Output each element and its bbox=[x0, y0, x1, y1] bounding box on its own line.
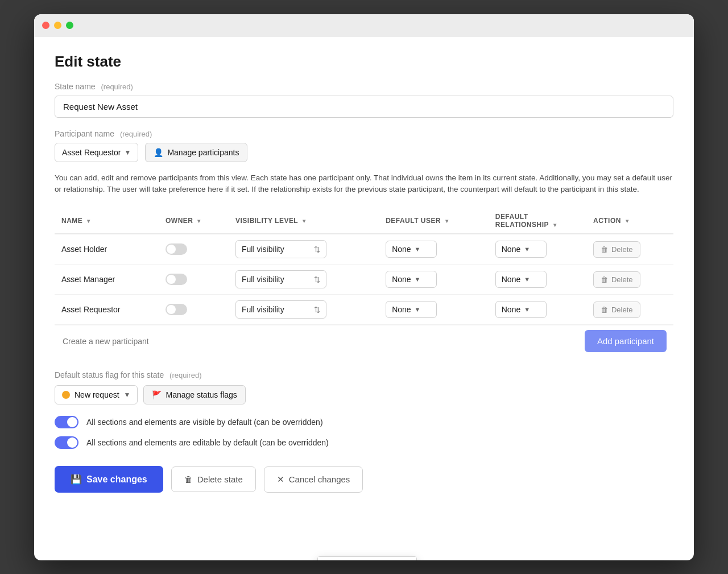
row-owner-cell bbox=[159, 295, 229, 325]
minimize-button[interactable] bbox=[54, 22, 61, 29]
default-user-dropdown-1[interactable]: None ▼ bbox=[386, 241, 437, 258]
sort-icon-name: ▾ bbox=[87, 218, 90, 224]
default-user-dropdown-2[interactable]: None ▼ bbox=[386, 271, 437, 288]
participant-row: Asset Requestor ▼ 👤 Manage participants bbox=[55, 143, 673, 162]
row-visibility-cell: Full visibility ⇅ bbox=[229, 234, 379, 265]
status-dot bbox=[62, 391, 70, 399]
action-bar: 💾 Save changes 🗑 Delete state ✕ Cancel c… bbox=[55, 466, 673, 493]
save-icon: 💾 bbox=[71, 474, 82, 485]
default-user-dropdown-3[interactable]: None ▼ bbox=[386, 301, 437, 318]
delete-row-button-2[interactable]: 🗑 Delete bbox=[593, 271, 640, 288]
visibility-select-3[interactable]: Full visibility ⇅ bbox=[235, 300, 326, 319]
chevron-down-icon: ▼ bbox=[524, 276, 530, 283]
visible-toggle-label: All sections and elements are visible by… bbox=[86, 418, 323, 427]
trash-icon: 🗑 bbox=[184, 474, 193, 484]
add-participant-row: Add participant bbox=[55, 325, 673, 357]
sort-icon-vis: ▾ bbox=[303, 218, 305, 224]
row-action-cell: 🗑 Delete bbox=[586, 295, 673, 325]
trash-icon: 🗑 bbox=[601, 275, 608, 284]
row-owner-cell bbox=[159, 265, 229, 295]
delete-row-button-1[interactable]: 🗑 Delete bbox=[593, 241, 640, 258]
page-content: Edit state State name (required) Partici… bbox=[34, 37, 694, 514]
chevron-down-icon: ▼ bbox=[415, 276, 421, 283]
row-name-cell: Asset Requestor bbox=[55, 295, 159, 325]
updown-icon: ⇅ bbox=[314, 275, 320, 284]
owner-toggle-1[interactable] bbox=[166, 243, 187, 255]
participant-name-label: Participant name (required) bbox=[55, 129, 673, 138]
maximize-button[interactable] bbox=[66, 22, 73, 29]
updown-icon: ⇅ bbox=[314, 245, 320, 254]
dropdown-header: Select visibility level bbox=[318, 557, 416, 560]
add-participant-button[interactable]: Add participant bbox=[585, 330, 667, 352]
default-rel-dropdown-3[interactable]: None ▼ bbox=[495, 301, 547, 318]
chevron-down-icon: ▼ bbox=[125, 148, 131, 156]
row-default-rel-cell: None ▼ bbox=[489, 234, 586, 265]
cancel-button[interactable]: ✕ Cancel changes bbox=[264, 466, 363, 493]
col-default-user[interactable]: DEFAULT USER ▾ bbox=[379, 208, 489, 234]
page-title: Edit state bbox=[55, 53, 673, 71]
cancel-icon: ✕ bbox=[277, 474, 284, 485]
col-name[interactable]: NAME ▾ bbox=[55, 208, 159, 234]
editable-toggle[interactable] bbox=[55, 436, 78, 449]
toggle-visible-row: All sections and elements are visible by… bbox=[55, 416, 673, 428]
row-action-cell: 🗑 Delete bbox=[586, 234, 673, 265]
owner-toggle-2[interactable] bbox=[166, 274, 187, 285]
trash-icon: 🗑 bbox=[601, 305, 608, 314]
delete-state-button[interactable]: 🗑 Delete state bbox=[171, 466, 256, 492]
sort-icon-user: ▾ bbox=[445, 218, 448, 224]
editable-toggle-label: All sections and elements are editable b… bbox=[86, 438, 329, 447]
col-visibility[interactable]: VISIBILITY LEVEL ▾ bbox=[229, 208, 379, 234]
participant-dropdown[interactable]: Asset Requestor ▼ bbox=[55, 143, 138, 162]
row-owner-cell bbox=[159, 234, 229, 265]
main-window: Edit state State name (required) Partici… bbox=[34, 14, 694, 560]
default-rel-dropdown-1[interactable]: None ▼ bbox=[495, 241, 547, 258]
row-default-rel-cell: None ▼ bbox=[489, 265, 586, 295]
close-button[interactable] bbox=[42, 22, 49, 29]
sort-icon-action: ▾ bbox=[626, 218, 628, 224]
row-action-cell: 🗑 Delete bbox=[586, 265, 673, 295]
flag-icon: 🚩 bbox=[152, 390, 162, 399]
visibility-select-2[interactable]: Full visibility ⇅ bbox=[235, 270, 326, 288]
chevron-down-icon: ▼ bbox=[124, 391, 131, 399]
sort-icon-owner: ▾ bbox=[197, 218, 200, 224]
visibility-select-1[interactable]: Full visibility ⇅ bbox=[235, 240, 326, 258]
new-participant-input[interactable] bbox=[55, 330, 585, 353]
visibility-dropdown-popup: Select visibility level Full visibility … bbox=[317, 556, 417, 560]
sort-icon-rel: ▾ bbox=[553, 222, 556, 228]
row-visibility-cell: Full visibility ⇅ bbox=[229, 295, 379, 325]
table-row: Asset Requestor Full visibility ⇅ bbox=[55, 295, 673, 325]
row-default-user-cell: None ▼ bbox=[379, 295, 489, 325]
table-row: Asset Holder Full visibility ⇅ bbox=[55, 234, 673, 265]
chevron-down-icon: ▼ bbox=[415, 306, 421, 313]
row-default-rel-cell: None ▼ bbox=[489, 295, 586, 325]
state-name-input[interactable] bbox=[55, 96, 673, 118]
visible-toggle[interactable] bbox=[55, 416, 78, 428]
manage-flags-button[interactable]: 🚩 Manage status flags bbox=[143, 385, 245, 404]
save-button[interactable]: 💾 Save changes bbox=[55, 466, 163, 493]
row-default-user-cell: None ▼ bbox=[379, 265, 489, 295]
col-default-rel[interactable]: DEFAULTRELATIONSHIP ▾ bbox=[489, 208, 586, 234]
state-name-label: State name (required) bbox=[55, 82, 673, 91]
owner-toggle-3[interactable] bbox=[166, 304, 187, 315]
status-flag-dropdown[interactable]: New request ▼ bbox=[55, 385, 138, 404]
default-rel-dropdown-2[interactable]: None ▼ bbox=[495, 271, 547, 288]
row-default-user-cell: None ▼ bbox=[379, 234, 489, 265]
participants-table-wrapper: NAME ▾ OWNER ▾ VISIBILITY LEVEL ▾ DEFAUL… bbox=[55, 208, 673, 357]
row-name-cell: Asset Manager bbox=[55, 265, 159, 295]
manage-participants-button[interactable]: 👤 Manage participants bbox=[145, 143, 247, 162]
chevron-down-icon: ▼ bbox=[415, 246, 421, 253]
row-visibility-cell: Full visibility ⇅ bbox=[229, 265, 379, 295]
manage-participants-icon: 👤 bbox=[154, 148, 163, 157]
titlebar bbox=[34, 14, 694, 37]
toggle-editable-row: All sections and elements are editable b… bbox=[55, 436, 673, 449]
delete-row-button-3[interactable]: 🗑 Delete bbox=[593, 302, 640, 318]
table-header-row: NAME ▾ OWNER ▾ VISIBILITY LEVEL ▾ DEFAUL… bbox=[55, 208, 673, 234]
chevron-down-icon: ▼ bbox=[524, 306, 530, 313]
info-text: You can add, edit and remove participant… bbox=[55, 172, 673, 196]
row-name-cell: Asset Holder bbox=[55, 234, 159, 265]
trash-icon: 🗑 bbox=[601, 245, 608, 254]
chevron-down-icon: ▼ bbox=[524, 246, 530, 253]
status-flag-row: New request ▼ 🚩 Manage status flags bbox=[55, 385, 673, 404]
col-owner[interactable]: OWNER ▾ bbox=[159, 208, 229, 234]
col-action[interactable]: ACTION ▾ bbox=[586, 208, 673, 234]
